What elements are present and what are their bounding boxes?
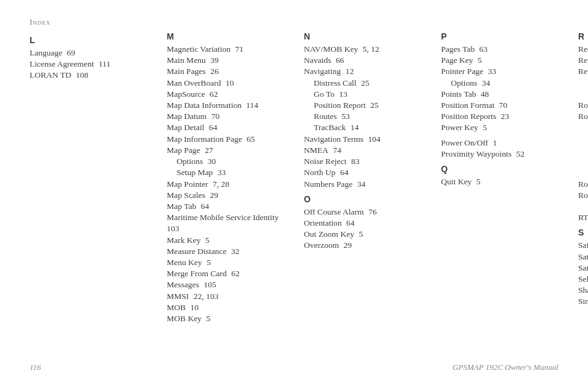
- index-entry: Messages 105: [167, 279, 285, 290]
- entry-page: 83: [349, 157, 359, 166]
- index-letter: S: [578, 227, 588, 239]
- entry-page: 12: [343, 67, 354, 76]
- entry-page: 48: [478, 89, 489, 99]
- entry-term: Route Review Page: [578, 190, 588, 200]
- entry-page: 32: [229, 247, 240, 256]
- entry-page: 5: [474, 177, 480, 186]
- entry-term: Map Datum: [167, 112, 207, 121]
- index-entry: Menu Key 5: [167, 257, 285, 268]
- index-entry: MapSource 62: [167, 89, 285, 100]
- entry-term: Options: [451, 78, 478, 88]
- index-letter: M: [167, 31, 285, 43]
- index-letter: O: [304, 194, 422, 205]
- entry-term: NAV/MOB Key: [304, 44, 358, 54]
- entry-page: 70: [209, 112, 219, 121]
- entry-page: 76: [366, 207, 377, 216]
- entry-term: Routes: [314, 112, 337, 121]
- index-group: Power On/Off 1Proximity Waypoints 52: [441, 137, 559, 160]
- entry-page: 30: [205, 157, 216, 166]
- entry-term: Position Reports: [441, 112, 497, 121]
- index-entry: Proximity Waypoints 52: [441, 149, 559, 160]
- entry-term: Pages Tab: [441, 44, 475, 54]
- index-entry: Power Key 5: [441, 122, 559, 133]
- entry-term: Out Zoom Key: [304, 229, 354, 239]
- entry-term: Noise Reject: [304, 157, 346, 166]
- entry-page: 26: [208, 67, 219, 76]
- index-entry: Map Scales 29: [167, 190, 285, 201]
- entry-term: Mark Key: [167, 236, 201, 245]
- index-entry: Page Key 5: [441, 55, 559, 66]
- entry-page: 1: [491, 138, 497, 147]
- index-entry: Maritime Mobile Service Identity 103: [167, 212, 285, 234]
- index-entry: Numbers Page 34: [304, 179, 422, 190]
- index-entry: NAV/MOB Key 5, 12: [304, 44, 422, 55]
- index-entry: RTCM 74: [578, 212, 588, 223]
- index-entry: North Up 64: [304, 167, 422, 178]
- index-entry: Replace From Card 62: [578, 55, 588, 66]
- entry-page: 64: [338, 168, 348, 177]
- index-letter: P: [441, 31, 559, 43]
- entry-term: Replace From Card: [578, 55, 588, 65]
- index-entry: Out Zoom Key 5: [304, 229, 422, 240]
- entry-page: 29: [208, 190, 218, 200]
- entry-term: Menu Key: [167, 258, 202, 267]
- entry-page: 5: [205, 258, 211, 267]
- index-entry: Rocker Key 5: [578, 100, 588, 111]
- entry-page: 5, 12: [361, 44, 379, 54]
- entry-page: 69: [65, 48, 75, 57]
- index-entry: Options 55: [578, 201, 588, 212]
- index-entry: Selecting Options 6: [578, 274, 588, 285]
- index-page: Index LLanguage 69License Agreement 111L…: [0, 0, 588, 381]
- index-entry: LORAN TD 108: [30, 70, 147, 81]
- index-entry: License Agreement 111: [30, 59, 147, 70]
- entry-term: Selecting Options: [578, 274, 588, 284]
- index-entry: Receiving a DSC Call 25: [578, 44, 588, 55]
- entry-page: 104: [366, 134, 381, 144]
- entry-term: Map Detail: [167, 123, 205, 132]
- index-entry: Satellite Sky View 101: [578, 263, 588, 274]
- entry-page: 22, 103: [192, 292, 219, 301]
- index-entry: Delete All 53: [578, 156, 588, 167]
- entry-term: Satellite Sky View: [578, 263, 588, 272]
- index-entry: Create 17: [578, 134, 588, 145]
- index-entry: Safety Information 114: [578, 240, 588, 251]
- index-entry: Position Reports 23: [441, 111, 559, 122]
- entry-term: MOB: [167, 303, 186, 312]
- index-columns: LLanguage 69License Agreement 111LORAN T…: [30, 31, 558, 358]
- index-entry: Map Tab 64: [167, 201, 285, 212]
- entry-term: Satellite Location: [578, 252, 588, 261]
- entry-page: 5: [476, 55, 482, 65]
- entry-term: Map Information Page: [167, 134, 242, 144]
- entry-term: North Up: [304, 168, 335, 177]
- entry-page: 105: [202, 280, 216, 289]
- index-entry: Waypoints 11: [578, 89, 588, 100]
- index-entry: Review: [578, 66, 588, 77]
- entry-term: Map Page: [167, 145, 200, 155]
- index-group: NNAV/MOB Key 5, 12Navaids 66Navigating 1…: [304, 31, 422, 190]
- entry-page: 66: [333, 55, 344, 65]
- index-entry: Go To 13: [304, 89, 422, 100]
- index-entry: Noise Reject 83: [304, 156, 422, 167]
- index-entry: Man OverBoard 10: [167, 78, 285, 89]
- entry-term: Overzoom: [304, 240, 339, 250]
- index-entry: Off Course Alarm 76: [304, 207, 422, 218]
- page-number: 116: [30, 363, 41, 372]
- entry-page: 5: [357, 229, 363, 239]
- entry-term: Merge From Card: [167, 269, 227, 278]
- entry-page: 5: [203, 236, 210, 245]
- index-entry: Position Report 25: [304, 100, 422, 111]
- index-entry: Route Review Page 54: [578, 190, 588, 201]
- entry-term: Go To: [314, 89, 335, 99]
- index-entry: Measure Distance 32: [167, 246, 285, 257]
- index-letter: L: [30, 35, 147, 46]
- entry-term: Map Data Information: [167, 100, 242, 110]
- index-entry: Position Format 70: [441, 100, 559, 111]
- index-entry: NMEA 74: [304, 145, 422, 156]
- index-entry: Options 30: [167, 156, 285, 167]
- entry-term: Proximity Waypoints: [441, 149, 512, 158]
- entry-page: 7, 28: [211, 179, 229, 189]
- entry-term: Orientation: [304, 218, 341, 227]
- index-entry: MMSI 22, 103: [167, 291, 285, 302]
- index-entry: Map Page 27: [167, 145, 285, 156]
- index-entry: Power On/Off 1: [441, 137, 559, 149]
